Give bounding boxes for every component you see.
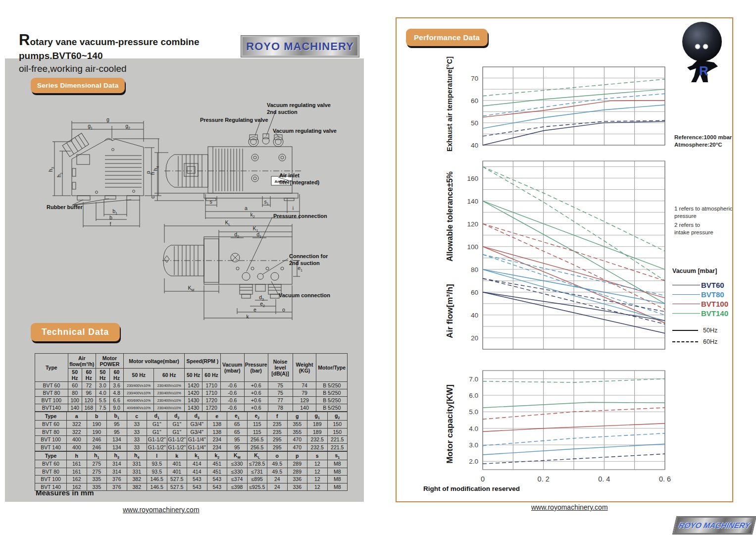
table-cell: e1: [227, 412, 248, 421]
legend-item-60hz: 60Hz: [672, 336, 737, 347]
dimension-label: h3: [48, 167, 54, 172]
table-cell: 190: [87, 428, 107, 436]
table-cell: 275: [87, 460, 107, 468]
table-cell: k1: [187, 452, 207, 460]
spec-table: TypeAir flow(m³/h)Motor POWERMotor volta…: [35, 353, 348, 412]
website-link-right[interactable]: www.royomachinery.com: [531, 503, 608, 511]
table-cell: a: [67, 412, 87, 421]
table-cell: 80: [68, 389, 82, 397]
table-cell: s: [307, 452, 328, 460]
table-cell: 24: [267, 483, 288, 491]
table-cell: G1-1/2": [167, 436, 187, 444]
legend-label-50hz: 50Hz: [703, 327, 717, 334]
table-cell: 75: [268, 389, 293, 397]
table-cell: 50 Hz: [96, 369, 109, 382]
table-cell: 289: [287, 468, 307, 476]
dimension-label: a: [245, 205, 248, 211]
table-cell: c: [127, 412, 147, 421]
legend-line-bvt100: [672, 304, 700, 304]
table-cell: 95: [227, 436, 248, 444]
table-cell: 355: [287, 421, 307, 428]
x-tick-label: 0: [481, 475, 485, 483]
table-cell: 60: [68, 382, 82, 389]
table-cell: M8: [327, 460, 348, 468]
dimension-label: i: [293, 205, 294, 211]
y-tick-label: 50: [471, 119, 478, 127]
legend-item-bvt140: BVT140: [672, 309, 737, 318]
table-cell: 12: [307, 476, 328, 483]
table-cell: Motor voltage(mbar): [124, 354, 185, 369]
dimension-label: d1: [256, 231, 261, 238]
y-tick-label: 160: [467, 175, 478, 182]
table-cell: 49.5: [267, 468, 288, 476]
y-tick-label: 40: [471, 312, 478, 319]
table-cell: 295: [267, 443, 288, 451]
dimension-label: d3: [259, 294, 264, 301]
table-cell: 134: [107, 436, 127, 444]
table-cell: 235: [267, 428, 288, 436]
royo-mascot-icon: R: [679, 21, 726, 84]
table-cell: 246: [87, 443, 107, 451]
table-cell: 322: [67, 421, 87, 428]
table-cell: M8: [327, 476, 348, 483]
table-cell: BVT 100: [35, 436, 67, 444]
table-row: BVT 803221909533G1"G1"G3/4"1386511523535…: [35, 428, 348, 436]
website-link-left[interactable]: www.royomachinery.com: [123, 506, 200, 514]
table-cell: 7.5: [96, 404, 109, 412]
drawing-callout: Pressure connection: [273, 213, 327, 220]
table-cell: k2: [207, 452, 227, 460]
table-cell: 256.5: [247, 443, 267, 451]
table-cell: 74: [293, 382, 316, 389]
table-row: BVT 603221909533G1"G1"G3/4"1386511523535…: [35, 421, 348, 428]
table-cell: 400: [67, 436, 87, 444]
table-cell: B 5/250: [316, 404, 348, 412]
table-cell: 246: [87, 436, 107, 444]
table-row: BVT 8080964.04.8230/400V±10%230/400V±10%…: [35, 389, 348, 397]
dimension-label: h4: [152, 166, 159, 171]
legend-item-bvt100: BVT100: [672, 299, 737, 309]
table-cell: 65: [227, 421, 248, 428]
y-tick-label: 140: [467, 198, 478, 205]
dimensions-table-2: Typehh1h3h4lkk1k2KMKLopss1BVT 6016127531…: [35, 451, 348, 491]
table-cell: G1-1/2": [167, 443, 187, 451]
table-cell: M8: [327, 483, 348, 491]
table-cell: 161: [67, 468, 87, 476]
table-cell: BVT 80: [35, 468, 67, 476]
legend-label-bvt140: BVT140: [701, 309, 728, 318]
table-cell: 190: [87, 421, 107, 428]
table-cell: 146.5: [147, 476, 167, 483]
legend-item-bvt80: BVT80: [672, 290, 737, 299]
table-cell: h: [67, 452, 87, 460]
dimension-label: k2: [250, 212, 254, 218]
table-cell: 140: [68, 404, 82, 412]
chart-legend: Vacuum [mbar] BVT60 BVT80 BVT100 BVT140 …: [672, 268, 737, 347]
technical-data-tables: TypeAir flow(m³/h)Motor POWERMotor volta…: [35, 353, 348, 491]
table-cell: 93.5: [147, 460, 167, 468]
table-cell: g1: [307, 412, 328, 421]
table-cell: o: [267, 452, 288, 460]
table-cell: 115: [247, 428, 267, 436]
table-cell: 50 Hz: [68, 369, 82, 382]
royo-machinery-logo-bottom: ROYO MACHINERY: [673, 517, 756, 534]
table-cell: Type: [35, 452, 67, 460]
title-initial: R: [19, 31, 30, 49]
table-cell: G1": [167, 428, 187, 436]
title-subtitle: oil-free,working air-cooled: [19, 63, 247, 75]
y-tick-label: 60: [471, 289, 478, 296]
table-cell: 382: [127, 483, 147, 491]
exhaust-temperature-chart: 70605040: [443, 61, 671, 154]
y-tick-label: 80: [471, 266, 478, 273]
table-cell: B 5/250: [316, 397, 348, 404]
logo-text: ROYO MACHINERY: [246, 40, 353, 53]
table-cell: 189: [307, 421, 328, 428]
table-cell: 161: [67, 460, 87, 468]
table-cell: 543: [207, 483, 227, 491]
reference-note: Reference:1000 mbar Atmosphere:20°C: [674, 134, 732, 149]
table-cell: BVT 100: [35, 476, 67, 483]
table-cell: +0.6: [244, 382, 268, 389]
table-cell: B 5/250: [316, 389, 348, 397]
table-cell: 150: [327, 428, 348, 436]
table-cell: 470: [287, 436, 307, 444]
table-cell: G1-1/4": [187, 443, 207, 451]
drawing-callout: Vacuum regulating valve: [273, 128, 337, 135]
